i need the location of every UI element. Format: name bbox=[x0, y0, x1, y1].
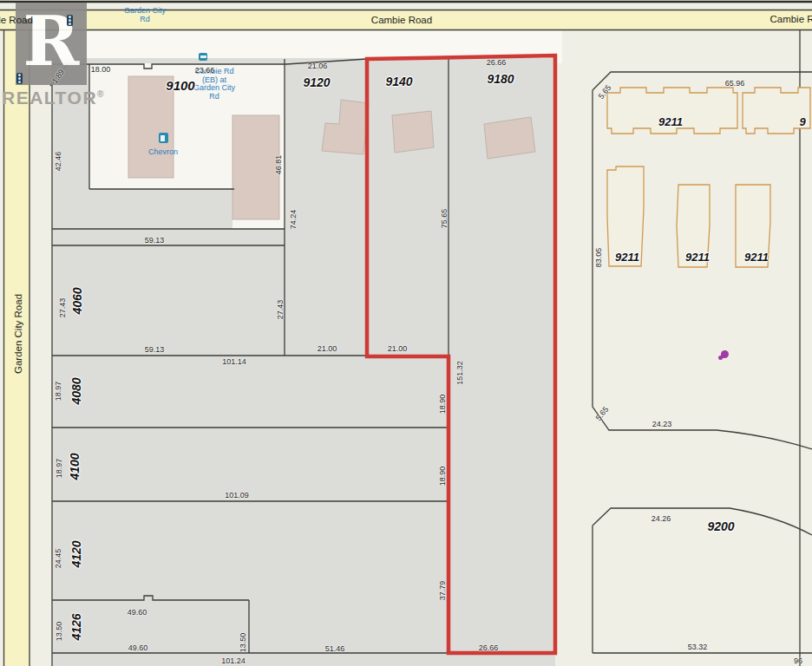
dimension-label: 51.46 bbox=[325, 644, 345, 653]
dimension-label: 96 bbox=[794, 656, 802, 665]
lot-number-label: 9200 bbox=[707, 519, 734, 533]
dimension-label: 21.00 bbox=[388, 344, 408, 353]
dimension-label: 65.96 bbox=[725, 79, 745, 88]
lot-number-label: 4126 bbox=[69, 613, 83, 640]
dimension-label: 13.50 bbox=[55, 622, 63, 642]
transit-stop-north-label: Garden City Rd bbox=[124, 7, 166, 23]
bus-stop-icon bbox=[199, 53, 207, 61]
dimension-label: 151.32 bbox=[455, 361, 464, 385]
dimension-label: 26.66 bbox=[479, 643, 499, 652]
dimension-label: 27.43 bbox=[276, 300, 285, 320]
lot-number-label: 9120 bbox=[303, 75, 330, 89]
dimension-label: 18.90 bbox=[438, 467, 447, 486]
lot-number-label: 9211 bbox=[658, 115, 683, 128]
dimension-label: 49.60 bbox=[128, 608, 147, 617]
dimension-label: 18.97 bbox=[55, 459, 63, 479]
lot-number-label: 9211 bbox=[744, 251, 769, 264]
dimension-label: 27.43 bbox=[58, 298, 67, 318]
traffic-signal-icon bbox=[16, 73, 23, 84]
dimension-label: 23.66 bbox=[195, 66, 215, 75]
dimension-label: 59.13 bbox=[145, 236, 165, 245]
dimension-label: 24.45 bbox=[54, 549, 62, 569]
lot-number-label: 9211 bbox=[685, 251, 710, 264]
cambie-road-label-right: Cambie R bbox=[769, 14, 812, 24]
dimension-label: 83.05 bbox=[594, 248, 603, 268]
building-9180 bbox=[484, 117, 535, 159]
traffic-signal-icon bbox=[67, 15, 73, 26]
lot-number-label: 4120 bbox=[69, 540, 83, 567]
dimension-label: 42.46 bbox=[54, 152, 62, 172]
dimension-label: 101.14 bbox=[222, 357, 246, 366]
dimension-label: 59.13 bbox=[145, 345, 165, 354]
lot-number-label: 4060 bbox=[70, 287, 84, 314]
fuel-station-icon bbox=[159, 133, 168, 143]
dimension-label: 18.97 bbox=[54, 382, 62, 402]
lot-number-label: 9100 bbox=[166, 78, 194, 93]
dimension-label: 101.09 bbox=[225, 491, 249, 500]
dimension-label: 26.66 bbox=[487, 58, 507, 67]
dimension-label: 21.06 bbox=[308, 62, 328, 70]
lot-number-label: 9 bbox=[799, 115, 805, 128]
dimension-label: 49.60 bbox=[128, 643, 148, 652]
cadastral-map: R REALTOR® Cambie Road Cambie R le Road … bbox=[0, 0, 812, 666]
dimension-label: 24.26 bbox=[652, 514, 671, 523]
dimension-label: 75.65 bbox=[440, 209, 449, 229]
left-road-partial-label: le Road bbox=[0, 15, 33, 25]
dimension-label: 74.24 bbox=[289, 210, 298, 230]
chevron-label: Chevron bbox=[148, 147, 178, 156]
dimension-label: 53.32 bbox=[688, 643, 708, 651]
poi-marker-icon bbox=[718, 349, 730, 362]
realtor-logo-text: REALTOR® bbox=[2, 88, 103, 108]
garden-city-road-label: Garden City Road bbox=[13, 294, 23, 374]
lot-number-label: 9180 bbox=[487, 72, 514, 86]
dimension-label: 18.00 bbox=[91, 65, 111, 74]
dimension-label: 24.23 bbox=[652, 420, 672, 428]
building-9140 bbox=[392, 111, 434, 153]
dimension-label: 101.24 bbox=[221, 656, 246, 665]
building-9100-east bbox=[232, 115, 279, 219]
lot-number-label: 4100 bbox=[68, 453, 82, 480]
dimension-label: 13.50 bbox=[239, 633, 247, 653]
cambie-road-label: Cambie Road bbox=[371, 15, 432, 25]
lot-number-label: 9211 bbox=[615, 251, 639, 264]
dimension-label: 46.81 bbox=[274, 155, 283, 175]
dimension-label: 37.79 bbox=[438, 581, 447, 601]
lot-number-label: 9140 bbox=[385, 75, 412, 88]
lot-number-label: 4080 bbox=[69, 377, 83, 404]
parcel-map-canvas bbox=[0, 0, 812, 666]
dimension-label: 18.90 bbox=[438, 395, 447, 415]
dimension-label: 21.00 bbox=[318, 344, 337, 353]
